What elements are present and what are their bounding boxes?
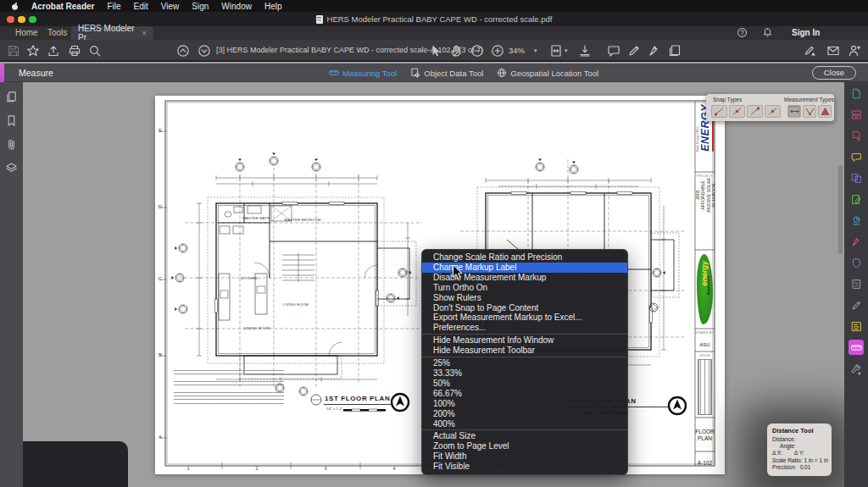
snap-to-paths-button[interactable] xyxy=(747,105,763,118)
measure-tool[interactable] xyxy=(849,340,864,355)
apple-icon[interactable] xyxy=(10,2,19,11)
print-icon[interactable] xyxy=(68,44,81,58)
attachments-icon[interactable] xyxy=(5,138,19,152)
bookmarks-icon[interactable] xyxy=(5,114,19,128)
menu-item-actual-size[interactable]: Actual Size xyxy=(422,431,627,441)
zoom-caret-icon[interactable]: ▾ xyxy=(534,47,537,54)
geospatial-location-tool[interactable]: Geospatial Location Tool xyxy=(497,68,598,78)
hand-tool-icon[interactable] xyxy=(449,44,463,58)
menu-item-change-scale-ratio-and-precision[interactable]: Change Scale Ratio and Precision xyxy=(422,252,627,263)
help-icon[interactable] xyxy=(737,27,748,38)
menu-item-preferences[interactable]: Preferences... xyxy=(422,323,627,333)
area-measurement-button[interactable] xyxy=(818,105,832,118)
tab-home[interactable]: Home xyxy=(15,28,38,37)
measurement-types-label: Measurement Types xyxy=(784,97,834,102)
menubar-item-help[interactable]: Help xyxy=(264,2,282,11)
export-pdf-tool[interactable] xyxy=(849,86,864,101)
page-fit-caret-icon[interactable]: ▾ xyxy=(565,47,568,54)
menu-item-100[interactable]: 100% xyxy=(422,399,627,409)
tab-document[interactable]: HERS Modeler Pr... × xyxy=(71,26,153,40)
menu-item-turn-ortho-on[interactable]: Turn Ortho On xyxy=(422,283,627,293)
comments-tool[interactable] xyxy=(849,149,864,164)
distance-row: Distance: xyxy=(772,436,826,443)
prepare-form-tool[interactable] xyxy=(849,318,864,334)
notifications-bell-icon[interactable] xyxy=(762,27,773,38)
menu-item-export-measurement-markup-to-excel[interactable]: Export Measurement Markup to Excel... xyxy=(422,313,627,323)
create-pdf-tool[interactable] xyxy=(849,128,864,143)
select-tool-icon[interactable] xyxy=(429,44,442,58)
vertical-scrollbar-thumb[interactable] xyxy=(838,165,843,254)
sign-in-button[interactable]: Sign In xyxy=(792,28,820,37)
compress-pdf-tool[interactable] xyxy=(849,276,864,291)
add-tools-wrench[interactable] xyxy=(849,362,864,377)
fill-sign-icon[interactable] xyxy=(648,44,661,58)
menu-item-hide-measurement-toolbar[interactable]: Hide Measurement Toolbar xyxy=(422,346,627,356)
object-data-tool[interactable]: Object Data Tool xyxy=(410,68,483,78)
measure-close-button[interactable]: Close xyxy=(812,66,856,80)
measuring-tool-label: Measuring Tool xyxy=(342,69,397,78)
menu-item-66-67[interactable]: 66.67% xyxy=(422,389,627,399)
titleblock-sheet-number: A-102 xyxy=(695,453,715,465)
edit-pdf-tool[interactable] xyxy=(849,191,864,207)
save-icon[interactable] xyxy=(7,44,20,58)
zoom-out-icon[interactable] xyxy=(470,44,484,58)
menubar-item-sign[interactable]: Sign xyxy=(192,2,209,11)
tab-bar: Home Tools HERS Modeler Pr... × Sign In xyxy=(0,26,868,40)
menubar-item-edit[interactable]: Edit xyxy=(134,2,148,11)
measuring-tool[interactable]: Measuring Tool xyxy=(329,68,397,78)
share-upload-icon[interactable] xyxy=(47,44,60,58)
room-label-master-bath: MASTER BATH xyxy=(239,216,273,220)
share-with-people-icon[interactable] xyxy=(848,44,861,58)
menu-item-hide-measurement-info-window[interactable]: Hide Measurement Info Window xyxy=(422,335,627,346)
menu-item-25[interactable]: 25% xyxy=(422,358,627,368)
issue-label: ISSUE xyxy=(695,354,715,357)
previous-page-icon[interactable] xyxy=(176,44,190,58)
layers-icon[interactable] xyxy=(5,162,19,175)
snap-to-midpoints-button[interactable] xyxy=(729,105,745,118)
more-documents-icon[interactable] xyxy=(668,44,682,58)
menu-item-show-rulers[interactable]: Show Rulers xyxy=(422,293,627,303)
perimeter-measurement-button[interactable] xyxy=(803,105,816,118)
fill-sign-tool[interactable] xyxy=(849,234,864,249)
protect-tool[interactable] xyxy=(849,255,864,270)
pen-tool[interactable] xyxy=(849,297,864,313)
snap-measurement-palette: Snap Types Measurement Types xyxy=(706,94,834,121)
menu-item-50[interactable]: 50% xyxy=(422,379,627,389)
stamp-tool[interactable] xyxy=(849,213,864,228)
next-page-icon[interactable] xyxy=(198,44,211,58)
zoom-in-icon[interactable] xyxy=(491,44,504,58)
menu-item-zoom-to-page-level[interactable]: Zoom to Page Level xyxy=(422,441,627,451)
menubar-item-view[interactable]: View xyxy=(161,2,180,11)
titleblock-drawn-by: DRAWN BY ASU E.C. xyxy=(695,329,715,351)
menu-item-don-t-snap-to-page-content[interactable]: Don't Snap to Page Content xyxy=(422,303,627,313)
menu-item-fit-visible[interactable]: Fit Visible xyxy=(422,462,627,472)
tab-tools[interactable]: Tools xyxy=(47,28,67,37)
draw-pencil-icon[interactable] xyxy=(627,44,641,58)
organize-pages-tool[interactable] xyxy=(849,107,864,122)
menu-item-400[interactable]: 400% xyxy=(422,419,627,429)
measure-toolbar-title: Measure xyxy=(19,68,53,78)
send-mail-icon[interactable] xyxy=(826,44,840,58)
distance-measurement-button[interactable] xyxy=(787,105,801,118)
menu-item-200[interactable]: 200% xyxy=(422,409,627,419)
menubar-item-file[interactable]: File xyxy=(107,2,120,11)
zoom-level-value[interactable]: 34% xyxy=(509,46,525,55)
comment-icon[interactable] xyxy=(607,44,620,58)
menu-item-fit-width[interactable]: Fit Width xyxy=(422,451,627,462)
tab-close-icon[interactable]: × xyxy=(142,29,147,38)
menubar-item-window[interactable]: Window xyxy=(221,2,252,11)
distance-tool-window[interactable]: Distance Tool Distance: Angle: Δ X:Δ Y: … xyxy=(767,423,832,476)
star-favorite-icon[interactable] xyxy=(26,44,40,58)
page-thumbnails-icon[interactable] xyxy=(5,91,19,104)
snap-to-endpoints-button[interactable] xyxy=(711,105,727,118)
menubar-item-acrobat-reader[interactable]: Acrobat Reader xyxy=(31,2,94,11)
page-fit-icon[interactable] xyxy=(549,44,563,58)
snap-to-intersections-button[interactable] xyxy=(765,105,781,118)
search-icon[interactable] xyxy=(88,44,102,58)
scroll-mode-icon[interactable] xyxy=(578,44,592,58)
request-signatures-icon[interactable] xyxy=(804,44,817,58)
menu-item-33-33[interactable]: 33.33% xyxy=(422,368,627,379)
plan-notes-block xyxy=(174,370,284,404)
combine-files-tool[interactable] xyxy=(849,170,864,185)
measure-toolbar: Measure Measuring ToolObject Data ToolGe… xyxy=(0,64,868,82)
